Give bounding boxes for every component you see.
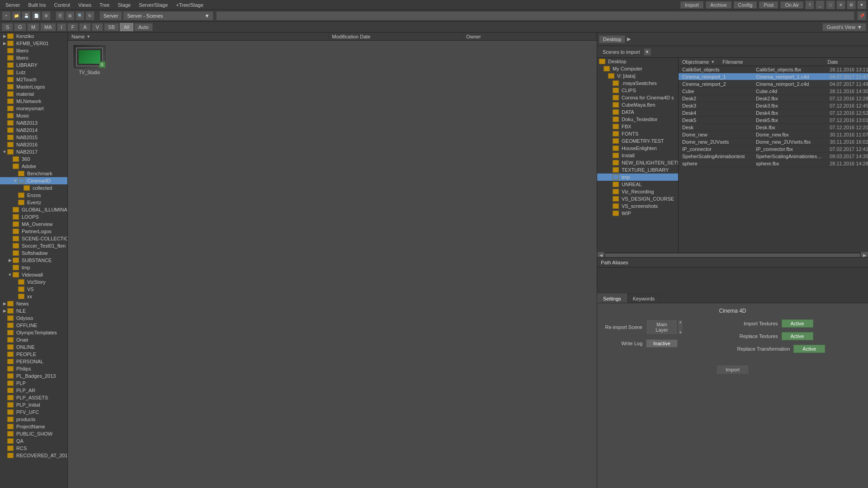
filter-v[interactable]: V xyxy=(92,23,103,31)
left-tree-item[interactable]: Soccer_Test01_fbm xyxy=(0,242,67,249)
left-tree-item[interactable]: PL_Badges_2013 xyxy=(0,372,67,380)
config-button[interactable]: Config xyxy=(733,1,758,9)
left-tree-item[interactable]: moneysmart xyxy=(0,105,67,112)
left-tree-item[interactable]: PERSONAL xyxy=(0,358,67,365)
left-tree-item[interactable]: GLOBAL_ILLUMINATI xyxy=(0,206,67,213)
file-tree-item[interactable]: Install xyxy=(597,152,678,159)
left-tree-item[interactable]: Benchmark xyxy=(0,170,67,177)
file-row[interactable]: IP_connectorIP_connector.fbx07.02.2017 1… xyxy=(679,145,868,153)
left-tree-item[interactable]: NAB2015 xyxy=(0,134,67,141)
left-tree-item[interactable]: products xyxy=(0,416,67,423)
filter-m[interactable]: M xyxy=(27,23,39,31)
expand-icon[interactable]: ▼ xyxy=(2,149,7,155)
left-tree-item[interactable]: PLP xyxy=(0,380,67,387)
file-tree-item[interactable]: CLIPS xyxy=(597,87,678,94)
file-tree-item[interactable]: Desktop xyxy=(597,58,678,65)
left-tree-item[interactable]: PLP_Initial xyxy=(0,401,67,408)
left-tree-item[interactable]: LOOPS xyxy=(0,213,67,221)
left-tree-item[interactable]: M2Touch xyxy=(0,76,67,83)
left-tree-item[interactable]: tmp xyxy=(0,264,67,271)
left-tree-item[interactable]: MLNetwork xyxy=(0,98,67,105)
file-row[interactable]: Desk4Desk4.fbx07.12.2016 12:52 xyxy=(679,109,868,117)
help-icon[interactable]: ? xyxy=(805,0,814,9)
menu-views[interactable]: Views xyxy=(75,0,95,9)
file-row[interactable]: Cinema_reimport_2Cinema_reimport_2.c4d04… xyxy=(679,80,868,88)
menu-builtins[interactable]: Built Ins xyxy=(24,0,49,9)
filter-s[interactable]: S xyxy=(2,23,13,31)
left-tree-item[interactable]: PFV_UFC xyxy=(0,408,67,416)
left-tree-item[interactable]: LIBRARY xyxy=(0,61,67,69)
file-row[interactable]: spheresphere.fbx28.11.2016 14:28 xyxy=(679,160,868,167)
left-tree-item[interactable]: ▶SUBSTANCE xyxy=(0,257,67,264)
layer-scroll[interactable]: ▲ ▼ xyxy=(678,319,683,335)
menu-tree[interactable]: Tree xyxy=(96,0,113,9)
left-tree-item[interactable]: PEOPLE xyxy=(0,351,67,358)
grid-icon[interactable]: ⊞ xyxy=(66,11,75,20)
writelog-status-btn[interactable]: Inactive xyxy=(646,339,678,347)
file-row[interactable]: CalibSet_objectsCalibSet_objects.fbx28.1… xyxy=(679,66,868,73)
file-tree-item[interactable]: Doku_Texteditor xyxy=(597,116,678,123)
left-tree-item[interactable]: libero xyxy=(0,54,67,61)
scenes-dropdown[interactable]: ▼ xyxy=(644,48,651,56)
on-air-button[interactable]: On Air xyxy=(780,1,804,9)
menu-server[interactable]: Server xyxy=(2,0,24,9)
expand-icon[interactable]: ▶ xyxy=(7,258,13,263)
expand-icon[interactable]: ▼ xyxy=(7,272,13,277)
file-tree-item[interactable]: .mayaSwatches xyxy=(597,80,678,87)
minimize-icon[interactable]: _ xyxy=(816,0,825,9)
left-tree-item[interactable]: MA_Overview xyxy=(0,221,67,228)
extra-icon[interactable]: ▼ xyxy=(857,0,866,9)
left-tree-item[interactable]: PUBLIC_SHOW xyxy=(0,430,67,437)
left-tree-item[interactable]: Lutz xyxy=(0,69,67,76)
file-row[interactable]: CubeCube.c4d28.11.2016 14:30 xyxy=(679,88,868,95)
left-tree-item[interactable]: 360 xyxy=(0,155,67,163)
left-tree-item[interactable]: NAB2014 xyxy=(0,127,67,134)
replace-textures-btn[interactable]: Active xyxy=(782,332,813,340)
file-tree-item[interactable]: Corona for Cinema4D s xyxy=(597,94,678,101)
file-tree-item[interactable]: TEXTURE_LIBRARY xyxy=(597,166,678,174)
menu-server-stage[interactable]: Server/Stage xyxy=(135,0,171,9)
left-tree-item[interactable]: Adobe xyxy=(0,163,67,170)
left-tree-item[interactable]: Onair xyxy=(0,336,67,343)
filter-auto[interactable]: Auto xyxy=(134,23,153,31)
filter-g[interactable]: G xyxy=(14,23,26,31)
left-tree-item[interactable]: ▶News xyxy=(0,300,67,307)
import-button[interactable]: Import xyxy=(680,1,704,9)
views-dropdown[interactable]: Guest's View ▼ xyxy=(822,23,866,31)
left-tree-item[interactable]: Music xyxy=(0,112,67,119)
left-tree-item[interactable]: ▼NAB2017 xyxy=(0,148,67,155)
file-tree-item[interactable]: CubeMaya.fbm xyxy=(597,101,678,108)
archive-button[interactable]: Archive xyxy=(705,1,732,9)
list-icon[interactable]: ☰ xyxy=(56,11,65,20)
file-row[interactable]: SpeherScalingAnimationtestSpeherScalingA… xyxy=(679,153,868,160)
open-icon[interactable]: 📁 xyxy=(12,11,21,20)
file-tree-item[interactable]: FBX xyxy=(597,123,678,130)
file-tree-item[interactable]: NEW_ENLIGHTEN_SETS xyxy=(597,159,678,166)
filter-a[interactable]: A xyxy=(79,23,90,31)
file-row[interactable]: Dome_new_2UVsetsDome_new_2UVsets.fbx30.1… xyxy=(679,138,868,145)
expand-icon[interactable]: ▼ xyxy=(13,178,18,183)
left-tree-item[interactable]: ONLINE xyxy=(0,343,67,351)
file-row[interactable]: Desk3Desk3.fbx07.12.2016 12:45 xyxy=(679,102,868,109)
left-tree-item[interactable]: OlympicTemplates xyxy=(0,329,67,336)
left-tree-item[interactable]: collected xyxy=(0,184,67,192)
file-tree-item[interactable]: V: [data] xyxy=(597,72,678,80)
left-tree-item[interactable]: NAB2016 xyxy=(0,141,67,148)
file-tree-item[interactable]: UNREAL xyxy=(597,181,678,188)
filter-sb[interactable]: SB xyxy=(104,23,119,31)
title-dropdown[interactable]: ▼ xyxy=(205,13,210,19)
left-tree-item[interactable]: RECOVERED_AT_201 xyxy=(0,452,67,459)
left-tree-item[interactable]: VizStory xyxy=(0,278,67,286)
menu-stage[interactable]: Stage xyxy=(114,0,134,9)
file-row[interactable]: DeskDesk.fbx07.12.2016 12:20 xyxy=(679,124,868,131)
expand-icon[interactable]: ▶ xyxy=(2,301,7,306)
save-icon[interactable]: 💾 xyxy=(22,11,31,20)
post-button[interactable]: Post xyxy=(759,1,778,9)
left-tree-item[interactable]: ProjectName xyxy=(0,423,67,430)
left-tree-item[interactable]: ▶KFMB_VER01 xyxy=(0,40,67,47)
left-tree-item[interactable]: material xyxy=(0,90,67,98)
expand-icon[interactable]: ▶ xyxy=(2,33,7,39)
pin-icon[interactable]: 📌 xyxy=(857,11,866,20)
thumbnail-item[interactable]: S TV_Studio xyxy=(71,44,108,75)
left-tree-item[interactable]: xx xyxy=(0,293,67,300)
